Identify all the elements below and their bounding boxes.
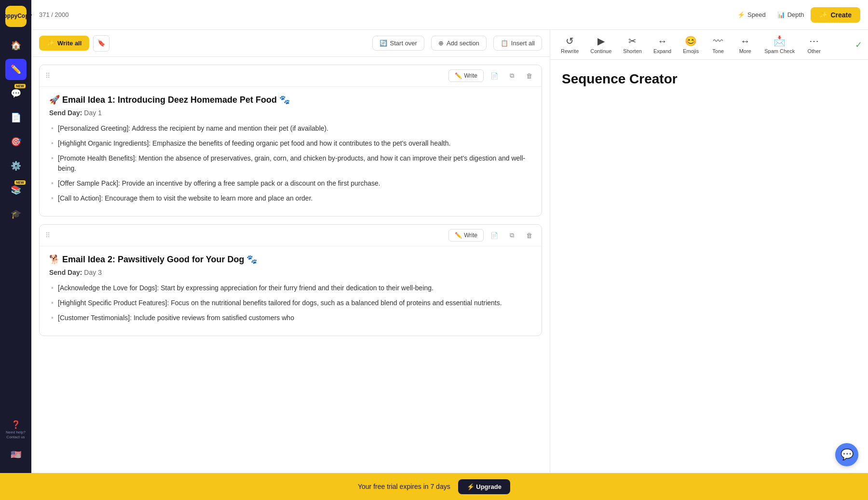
rewrite-icon: ↺ <box>566 35 574 47</box>
expand-button[interactable]: ↔ Expand <box>649 33 676 57</box>
depth-label: Depth <box>787 11 804 18</box>
drag-handle-1[interactable]: ⠿ <box>45 72 50 80</box>
file-icon-2: 📄 <box>490 232 499 239</box>
more-button[interactable]: ↔ More <box>732 33 758 57</box>
bullet-item: [Customer Testimonials]: Include positiv… <box>49 313 532 323</box>
sidebar-item-library[interactable]: 📚 NEW <box>5 179 27 201</box>
sidebar-item-home[interactable]: 🏠 <box>5 35 27 56</box>
duplicate-button-2[interactable]: ⧉ <box>505 229 518 242</box>
shorten-label: Shorten <box>623 48 642 54</box>
email-card-header-1: ⠿ ✏️ Write 📄 ⧉ 🗑 <box>40 65 542 87</box>
bullet-item: [Personalized Greeting]: Address the rec… <box>49 123 532 134</box>
editor-icon: ✏️ <box>11 64 21 75</box>
send-day-2: Send Day: Day 3 <box>49 269 532 276</box>
trash-icon-2: 🗑 <box>526 232 532 239</box>
sidebar-nav: 🏠 ✏️ 💬 NEW 📄 🎯 ⚙️ 📚 NEW 🎓 <box>5 35 27 419</box>
chat-icon: 💬 <box>11 88 21 99</box>
other-label: Other <box>807 48 821 54</box>
emojis-label: Emojis <box>683 48 699 54</box>
tone-button[interactable]: 〰 Tone <box>705 33 731 57</box>
start-over-button[interactable]: 🔄 Start over <box>372 36 424 51</box>
drag-handle-2[interactable]: ⠿ <box>45 231 50 239</box>
flag-icon: 🇺🇸 <box>11 449 21 460</box>
copy-button-2[interactable]: 📄 <box>488 229 501 242</box>
bookmark-button[interactable]: 🔖 <box>93 35 109 52</box>
tone-icon: 〰 <box>713 36 723 47</box>
app-logo[interactable]: HoppyCopy <box>5 6 27 27</box>
emojis-icon: 😊 <box>685 35 697 47</box>
continue-label: Continue <box>590 48 611 54</box>
home-icon: 🏠 <box>11 40 21 51</box>
speed-icon: ⚡ <box>737 11 745 18</box>
email-card-body-1: 🚀 Email Idea 1: Introducing Deez Homemad… <box>40 87 542 216</box>
trash-icon-1: 🗑 <box>526 72 532 80</box>
sidebar-item-editor[interactable]: ✏️ <box>5 59 27 80</box>
write-button-2[interactable]: ✏️ Write <box>448 229 484 242</box>
pen-icon-1: ✏️ <box>455 72 462 79</box>
shorten-button[interactable]: ✂ Shorten <box>618 32 647 57</box>
copy-button-1[interactable]: 📄 <box>488 69 501 82</box>
checkmark-icon: ✓ <box>855 40 862 50</box>
write-button-1[interactable]: ✏️ Write <box>448 69 484 82</box>
insert-icon: 📋 <box>501 40 508 47</box>
send-day-1: Send Day: Day 1 <box>49 109 532 117</box>
need-help-label: Need help?Contact us <box>6 430 26 439</box>
spam-check-button[interactable]: 📩 Spam Check <box>760 32 800 57</box>
learning-icon: 🎓 <box>11 209 21 219</box>
write-all-button[interactable]: ✨ Write all <box>39 36 89 51</box>
bullet-item: [Highlight Organic Ingredients]: Emphasi… <box>49 138 532 149</box>
speed-label: Speed <box>747 11 766 18</box>
content-layout: ✨ Write all 🔖 🔄 Start over ⊕ Add section… <box>31 30 868 500</box>
duplicate-button-1[interactable]: ⧉ <box>505 69 518 82</box>
sidebar: HoppyCopy 🏠 ✏️ 💬 NEW 📄 🎯 ⚙️ 📚 NEW 🎓 <box>0 0 31 500</box>
emojis-button[interactable]: 😊 Emojis <box>678 32 704 57</box>
bullet-list-2: [Acknowledge the Love for Dogs]: Start b… <box>49 283 532 323</box>
email-card-body-2: 🐕 Email Idea 2: Pawsitively Good for You… <box>40 246 542 336</box>
create-button[interactable]: ✨ Create <box>811 7 860 23</box>
right-panel: ↺ Rewrite ▶ Continue ✂ Shorten ↔ Expand … <box>550 30 868 500</box>
email-title-1: 🚀 Email Idea 1: Introducing Deez Homemad… <box>49 95 532 105</box>
speed-button[interactable]: ⚡ Speed <box>732 8 771 21</box>
other-button[interactable]: ⋯ Other <box>801 32 827 57</box>
sidebar-item-targeting[interactable]: 🎯 <box>5 131 27 152</box>
sidebar-item-documents[interactable]: 📄 <box>5 107 27 128</box>
create-icon: ✨ <box>819 11 827 19</box>
upgrade-label: ⚡ Upgrade <box>467 483 502 490</box>
bottom-banner: Your free trial expires in 7 days ⚡ Upgr… <box>0 473 868 500</box>
expand-icon: ↔ <box>658 36 667 47</box>
file-icon-1: 📄 <box>490 72 499 80</box>
sidebar-item-flag[interactable]: 🇺🇸 <box>5 444 27 465</box>
upgrade-button[interactable]: ⚡ Upgrade <box>458 479 510 494</box>
editor-toolbar: ✨ Write all 🔖 🔄 Start over ⊕ Add section… <box>31 30 550 57</box>
right-toolbar: ↺ Rewrite ▶ Continue ✂ Shorten ↔ Expand … <box>550 30 868 60</box>
rewrite-button[interactable]: ↺ Rewrite <box>556 32 583 57</box>
insert-all-button[interactable]: 📋 Insert all <box>493 36 542 51</box>
depth-button[interactable]: 📊 Depth <box>773 8 809 21</box>
chat-widget-icon: 💬 <box>841 448 854 461</box>
spam-check-label: Spam Check <box>764 48 795 54</box>
chat-widget-button[interactable]: 💬 <box>835 443 858 466</box>
sidebar-item-integrations[interactable]: ⚙️ <box>5 155 27 176</box>
delete-button-1[interactable]: 🗑 <box>522 69 536 82</box>
editor-area: ✨ Write all 🔖 🔄 Start over ⊕ Add section… <box>31 30 550 500</box>
main-area: 371 / 2000 ⚡ Speed 📊 Depth ✨ Create ✨ Wr… <box>31 0 868 500</box>
duplicate-icon-1: ⧉ <box>510 72 514 80</box>
editor-scroll[interactable]: ⠿ ✏️ Write 📄 ⧉ 🗑 <box>31 57 550 500</box>
expand-label: Expand <box>653 48 671 54</box>
tone-label: Tone <box>712 48 724 54</box>
need-help-button[interactable]: ❓ Need help?Contact us <box>5 419 27 440</box>
add-section-button[interactable]: ⊕ Add section <box>431 36 487 51</box>
bullet-item: [Promote Health Benefits]: Mention the a… <box>49 153 532 174</box>
bullet-item: [Call to Action]: Encourage them to visi… <box>49 193 532 203</box>
bullet-list-1: [Personalized Greeting]: Address the rec… <box>49 123 532 203</box>
continue-button[interactable]: ▶ Continue <box>585 32 616 57</box>
email-card-header-2: ⠿ ✏️ Write 📄 ⧉ 🗑 <box>40 225 542 246</box>
sidebar-item-learning[interactable]: 🎓 <box>5 203 27 225</box>
delete-button-2[interactable]: 🗑 <box>522 229 536 242</box>
word-count: 371 / 2000 <box>39 11 68 18</box>
spam-check-icon: 📩 <box>773 35 786 47</box>
insert-all-label: Insert all <box>511 40 535 47</box>
rewrite-label: Rewrite <box>561 48 579 54</box>
other-icon: ⋯ <box>809 35 819 47</box>
sidebar-item-chat[interactable]: 💬 NEW <box>5 83 27 104</box>
